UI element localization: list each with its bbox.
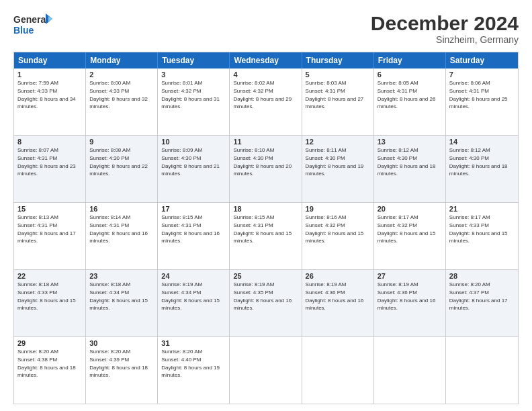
day-number: 4 (233, 71, 298, 79)
day-number: 3 (161, 71, 226, 79)
day-number: 20 (378, 205, 442, 213)
week-row-1: 1Sunrise: 7:59 AMSunset: 4:33 PMDaylight… (14, 68, 518, 135)
day-number: 7 (449, 71, 515, 79)
day-number: 10 (161, 138, 226, 146)
cell-info: Sunrise: 8:14 AMSunset: 4:31 PMDaylight:… (89, 214, 148, 244)
day-cell-12: 12Sunrise: 8:11 AMSunset: 4:30 PMDayligh… (302, 136, 374, 202)
cell-info: Sunrise: 8:09 AMSunset: 4:30 PMDaylight:… (161, 147, 220, 177)
day-cell-16: 16Sunrise: 8:14 AMSunset: 4:31 PMDayligh… (86, 203, 158, 269)
cell-info: Sunrise: 8:11 AMSunset: 4:30 PMDaylight:… (306, 147, 364, 177)
week-row-5: 29Sunrise: 8:20 AMSunset: 4:38 PMDayligh… (14, 336, 518, 404)
day-number: 18 (233, 205, 298, 213)
cell-info: Sunrise: 8:17 AMSunset: 4:32 PMDaylight:… (378, 214, 436, 244)
day-cell-13: 13Sunrise: 8:12 AMSunset: 4:30 PMDayligh… (374, 136, 446, 202)
day-number: 15 (17, 205, 82, 213)
header-day-monday: Monday (86, 52, 158, 68)
day-cell-20: 20Sunrise: 8:17 AMSunset: 4:32 PMDayligh… (374, 203, 446, 269)
cell-info: Sunrise: 8:19 AMSunset: 4:34 PMDaylight:… (161, 281, 220, 311)
day-cell-23: 23Sunrise: 8:18 AMSunset: 4:34 PMDayligh… (86, 270, 158, 336)
cell-info: Sunrise: 8:07 AMSunset: 4:31 PMDaylight:… (17, 147, 76, 177)
header-day-tuesday: Tuesday (158, 52, 230, 68)
calendar-header: SundayMondayTuesdayWednesdayThursdayFrid… (14, 52, 518, 68)
day-cell-21: 21Sunrise: 8:17 AMSunset: 4:33 PMDayligh… (446, 203, 518, 269)
day-number: 29 (17, 339, 82, 347)
day-cell-6: 6Sunrise: 8:05 AMSunset: 4:31 PMDaylight… (374, 68, 446, 135)
day-number: 2 (89, 71, 154, 79)
subtitle: Sinzheim, Germany (371, 34, 519, 45)
main-title: December 2024 (371, 12, 519, 34)
empty-cell-4-5 (374, 337, 446, 404)
day-number: 1 (17, 71, 82, 79)
day-number: 22 (17, 272, 82, 280)
day-number: 5 (306, 71, 370, 79)
day-number: 27 (378, 272, 442, 280)
day-number: 26 (306, 272, 370, 280)
header-day-friday: Friday (374, 52, 446, 68)
day-cell-31: 31Sunrise: 8:20 AMSunset: 4:40 PMDayligh… (158, 337, 230, 404)
cell-info: Sunrise: 8:05 AMSunset: 4:31 PMDaylight:… (378, 80, 436, 109)
cell-info: Sunrise: 8:15 AMSunset: 4:31 PMDaylight:… (161, 214, 220, 244)
cell-info: Sunrise: 8:03 AMSunset: 4:31 PMDaylight:… (306, 80, 364, 109)
day-cell-1: 1Sunrise: 7:59 AMSunset: 4:33 PMDaylight… (14, 68, 86, 135)
day-number: 9 (89, 138, 154, 146)
page: General Blue December 2024 Sinzheim, Ger… (0, 0, 532, 411)
cell-info: Sunrise: 8:12 AMSunset: 4:30 PMDaylight:… (449, 147, 508, 177)
cell-info: Sunrise: 8:18 AMSunset: 4:34 PMDaylight:… (89, 281, 148, 311)
cell-info: Sunrise: 8:02 AMSunset: 4:32 PMDaylight:… (233, 80, 292, 109)
day-cell-9: 9Sunrise: 8:08 AMSunset: 4:30 PMDaylight… (86, 136, 158, 202)
day-number: 23 (89, 272, 154, 280)
day-number: 17 (161, 205, 226, 213)
header-day-wednesday: Wednesday (230, 52, 302, 68)
day-cell-27: 27Sunrise: 8:19 AMSunset: 4:36 PMDayligh… (374, 270, 446, 336)
header-day-sunday: Sunday (14, 52, 86, 68)
cell-info: Sunrise: 7:59 AMSunset: 4:33 PMDaylight:… (17, 80, 76, 109)
week-row-3: 15Sunrise: 8:13 AMSunset: 4:31 PMDayligh… (14, 202, 518, 269)
day-number: 31 (161, 339, 226, 347)
day-number: 8 (17, 138, 82, 146)
empty-cell-4-6 (446, 337, 518, 404)
day-number: 11 (233, 138, 298, 146)
header-day-thursday: Thursday (302, 52, 374, 68)
day-cell-4: 4Sunrise: 8:02 AMSunset: 4:32 PMDaylight… (230, 68, 302, 135)
day-number: 25 (233, 272, 298, 280)
cell-info: Sunrise: 8:16 AMSunset: 4:32 PMDaylight:… (306, 214, 364, 244)
cell-info: Sunrise: 8:10 AMSunset: 4:30 PMDaylight:… (233, 147, 292, 177)
cell-info: Sunrise: 8:20 AMSunset: 4:39 PMDaylight:… (89, 349, 148, 378)
calendar-body: 1Sunrise: 7:59 AMSunset: 4:33 PMDaylight… (14, 68, 518, 404)
day-cell-2: 2Sunrise: 8:00 AMSunset: 4:33 PMDaylight… (86, 68, 158, 135)
day-number: 14 (449, 138, 515, 146)
logo-svg: General Blue (13, 12, 54, 38)
cell-info: Sunrise: 8:12 AMSunset: 4:30 PMDaylight:… (378, 147, 436, 177)
day-cell-10: 10Sunrise: 8:09 AMSunset: 4:30 PMDayligh… (158, 136, 230, 202)
day-cell-18: 18Sunrise: 8:15 AMSunset: 4:31 PMDayligh… (230, 203, 302, 269)
day-cell-24: 24Sunrise: 8:19 AMSunset: 4:34 PMDayligh… (158, 270, 230, 336)
header: General Blue December 2024 Sinzheim, Ger… (13, 12, 519, 45)
calendar: SundayMondayTuesdayWednesdayThursdayFrid… (13, 52, 519, 404)
day-cell-29: 29Sunrise: 8:20 AMSunset: 4:38 PMDayligh… (14, 337, 86, 404)
title-block: December 2024 Sinzheim, Germany (371, 12, 519, 45)
cell-info: Sunrise: 8:19 AMSunset: 4:36 PMDaylight:… (306, 281, 364, 311)
cell-info: Sunrise: 8:20 AMSunset: 4:40 PMDaylight:… (161, 349, 220, 378)
svg-marker-3 (48, 16, 52, 21)
day-cell-15: 15Sunrise: 8:13 AMSunset: 4:31 PMDayligh… (14, 203, 86, 269)
header-day-saturday: Saturday (446, 52, 518, 68)
cell-info: Sunrise: 8:19 AMSunset: 4:35 PMDaylight:… (233, 281, 292, 311)
cell-info: Sunrise: 8:01 AMSunset: 4:32 PMDaylight:… (161, 80, 220, 109)
day-number: 12 (306, 138, 370, 146)
cell-info: Sunrise: 8:06 AMSunset: 4:31 PMDaylight:… (449, 80, 508, 109)
day-cell-5: 5Sunrise: 8:03 AMSunset: 4:31 PMDaylight… (302, 68, 374, 135)
day-number: 21 (449, 205, 515, 213)
day-cell-26: 26Sunrise: 8:19 AMSunset: 4:36 PMDayligh… (302, 270, 374, 336)
day-cell-11: 11Sunrise: 8:10 AMSunset: 4:30 PMDayligh… (230, 136, 302, 202)
empty-cell-4-3 (230, 337, 302, 404)
cell-info: Sunrise: 8:00 AMSunset: 4:33 PMDaylight:… (89, 80, 148, 109)
empty-cell-4-4 (302, 337, 374, 404)
week-row-2: 8Sunrise: 8:07 AMSunset: 4:31 PMDaylight… (14, 135, 518, 202)
day-number: 28 (449, 272, 515, 280)
cell-info: Sunrise: 8:19 AMSunset: 4:36 PMDaylight:… (378, 281, 436, 311)
cell-info: Sunrise: 8:20 AMSunset: 4:37 PMDaylight:… (449, 281, 508, 311)
day-cell-7: 7Sunrise: 8:06 AMSunset: 4:31 PMDaylight… (446, 68, 518, 135)
cell-info: Sunrise: 8:18 AMSunset: 4:33 PMDaylight:… (17, 281, 76, 311)
cell-info: Sunrise: 8:17 AMSunset: 4:33 PMDaylight:… (449, 214, 508, 244)
day-cell-14: 14Sunrise: 8:12 AMSunset: 4:30 PMDayligh… (446, 136, 518, 202)
